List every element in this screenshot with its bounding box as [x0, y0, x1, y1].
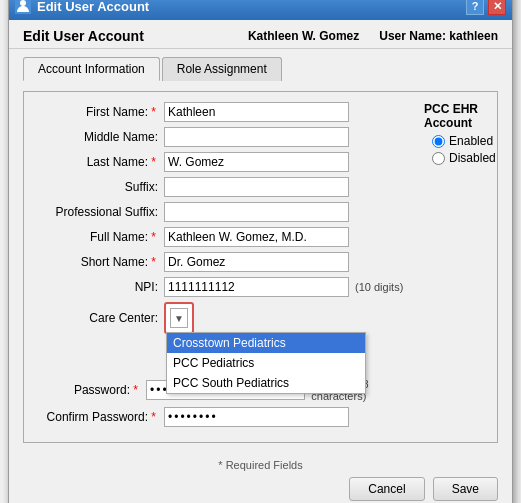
npi-row: NPI: (10 digits) [34, 277, 410, 297]
confirm-password-label: Confirm Password: * [34, 410, 164, 424]
care-center-dropdown-list: Crosstown Pediatrics PCC Pediatrics PCC … [166, 332, 366, 394]
main-content: First Name: * Middle Name: Last Name: [34, 102, 487, 432]
professional-suffix-row: Professional Suffix: [34, 202, 410, 222]
tab-role-assignment[interactable]: Role Assignment [162, 57, 282, 81]
middle-name-label: Middle Name: [34, 130, 164, 144]
dialog-title: Edit User Account [37, 0, 149, 14]
required-note: * Required Fields [218, 459, 302, 471]
care-center-dropdown-container: ▼ Crosstown Pediatrics PCC Pediatrics PC… [164, 302, 194, 334]
short-name-input[interactable] [164, 252, 349, 272]
confirm-password-input[interactable] [164, 407, 349, 427]
dialog-header-title: Edit User Account [23, 28, 144, 44]
full-name-row: Full Name: * [34, 227, 410, 247]
dropdown-item-crosstown[interactable]: Crosstown Pediatrics [167, 333, 365, 353]
svg-point-0 [20, 0, 26, 6]
cancel-button[interactable]: Cancel [349, 477, 424, 501]
footer-buttons: Cancel Save [23, 477, 498, 501]
pcc-ehr-label: PCC EHR Account [424, 102, 496, 130]
confirm-password-row: Confirm Password: * [34, 407, 410, 427]
title-bar-controls: ? ✕ [466, 0, 506, 15]
title-bar: Edit User Account ? ✕ [9, 0, 512, 20]
right-panel: PCC EHR Account Enabled Disabled [424, 102, 496, 165]
dialog-header: Edit User Account Kathleen W. Gomez User… [9, 20, 512, 49]
full-name-label: Full Name: * [34, 230, 164, 244]
care-center-dropdown[interactable]: ▼ [170, 308, 188, 328]
first-name-row: First Name: * [34, 102, 410, 122]
middle-name-row: Middle Name: [34, 127, 410, 147]
dialog-body: Account Information Role Assignment Firs… [9, 49, 512, 453]
dropdown-item-pcc[interactable]: PCC Pediatrics [167, 353, 365, 373]
help-button[interactable]: ? [466, 0, 484, 15]
title-bar-left: Edit User Account [15, 0, 149, 14]
account-username-label: User Name: kathleen [379, 29, 498, 43]
dialog: Edit User Account ? ✕ Edit User Account … [8, 0, 513, 503]
care-center-label: Care Center: [34, 311, 164, 325]
account-full-name: Kathleen W. Gomez [248, 29, 359, 43]
middle-name-input[interactable] [164, 127, 349, 147]
radio-group: Enabled Disabled [432, 134, 496, 165]
password-label: Password: * [34, 383, 146, 397]
disabled-radio[interactable] [432, 152, 445, 165]
professional-suffix-label: Professional Suffix: [34, 205, 164, 219]
disabled-radio-label[interactable]: Disabled [432, 151, 496, 165]
npi-hint: (10 digits) [355, 281, 403, 293]
left-form: First Name: * Middle Name: Last Name: [34, 102, 410, 432]
user-icon [15, 0, 31, 14]
save-button[interactable]: Save [433, 477, 498, 501]
first-name-label: First Name: * [34, 105, 164, 119]
short-name-row: Short Name: * [34, 252, 410, 272]
first-name-input[interactable] [164, 102, 349, 122]
enabled-radio-label[interactable]: Enabled [432, 134, 496, 148]
enabled-radio[interactable] [432, 135, 445, 148]
dropdown-arrow-icon: ▼ [174, 313, 184, 324]
close-button[interactable]: ✕ [488, 0, 506, 15]
full-name-input[interactable] [164, 227, 349, 247]
tab-account-information[interactable]: Account Information [23, 57, 160, 81]
last-name-label: Last Name: * [34, 155, 164, 169]
dialog-header-info: Kathleen W. Gomez User Name: kathleen [248, 29, 498, 43]
tabs: Account Information Role Assignment [23, 57, 498, 81]
suffix-row: Suffix: [34, 177, 410, 197]
dialog-footer: * Required Fields Cancel Save [9, 453, 512, 503]
npi-label: NPI: [34, 280, 164, 294]
tab-content: First Name: * Middle Name: Last Name: [23, 91, 498, 443]
last-name-row: Last Name: * [34, 152, 410, 172]
dropdown-item-pcc-south[interactable]: PCC South Pediatrics [167, 373, 365, 393]
suffix-label: Suffix: [34, 180, 164, 194]
suffix-input[interactable] [164, 177, 349, 197]
care-center-row: Care Center: ▼ Crosstown Pediatrics PCC … [34, 302, 410, 334]
last-name-input[interactable] [164, 152, 349, 172]
npi-input[interactable] [164, 277, 349, 297]
short-name-label: Short Name: * [34, 255, 164, 269]
professional-suffix-input[interactable] [164, 202, 349, 222]
